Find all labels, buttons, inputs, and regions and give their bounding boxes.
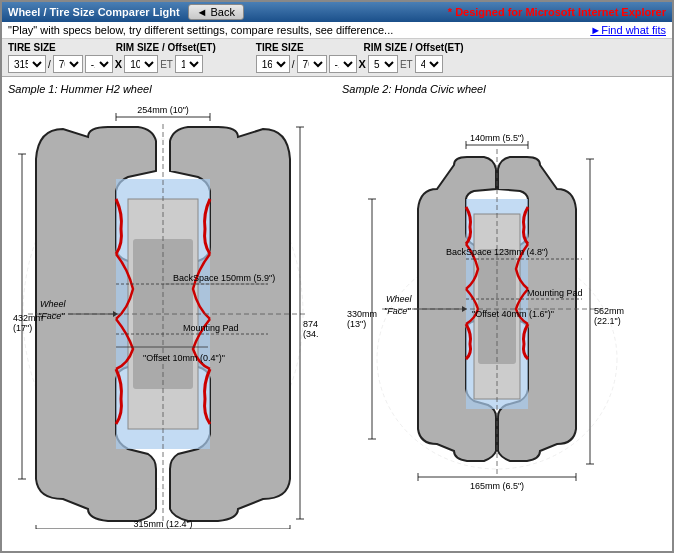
x-label-2: X (359, 58, 366, 70)
svg-text:BackSpace 150mm (5.9"): BackSpace 150mm (5.9") (173, 273, 275, 283)
et-label-2: ET (400, 59, 413, 70)
sample1: Sample 1: Hummer H2 wheel (8, 83, 332, 531)
svg-text:315mm (12.4"): 315mm (12.4") (133, 519, 192, 529)
app-title: Wheel / Tire Size Comparer Light (8, 6, 180, 18)
s1-et[interactable]: 10 (175, 55, 203, 73)
sample1-control-row: 315 / 70 -17 X 10.0 ET 10 (8, 55, 216, 73)
s2-rim-width[interactable]: 5.5 (368, 55, 398, 73)
s2-tire-diameter[interactable]: -13 (329, 55, 357, 73)
svg-text:(17"): (17") (13, 323, 32, 333)
svg-text:562mm: 562mm (594, 306, 624, 316)
controls-bar: TIRE SIZE RIM SIZE / Offset(ET) 315 / 70… (2, 39, 672, 77)
s2-tire-aspect[interactable]: 70 (297, 55, 327, 73)
title-bar: Wheel / Tire Size Comparer Light ◄ Back … (2, 2, 672, 22)
tire-size-label-1: TIRE SIZE (8, 42, 56, 53)
et-label-1: ET (160, 59, 173, 70)
tire-size-label-2: TIRE SIZE (256, 42, 304, 53)
svg-text:"Offset 10mm (0.4")": "Offset 10mm (0.4")" (143, 353, 225, 363)
ie-note: * Designed for Microsoft Internet Explor… (448, 6, 666, 18)
subtitle-bar: "Play" with specs below, try different s… (2, 22, 672, 39)
s2-tire-width[interactable]: 165 (256, 55, 290, 73)
svg-text:BackSpace 123mm (4.8"): BackSpace 123mm (4.8") (446, 247, 548, 257)
back-button[interactable]: ◄ Back (188, 4, 244, 20)
svg-text:330mm: 330mm (347, 309, 377, 319)
rim-size-label-2: RIM SIZE / Offset(ET) (364, 42, 464, 53)
samples-area: Sample 1: Hummer H2 wheel (2, 77, 672, 537)
svg-text:254mm (10"): 254mm (10") (137, 105, 189, 115)
sample2-diagram: 140mm (5.5") 562mm (22.1") 330mm (13") W… (342, 99, 652, 529)
svg-text:"Offset 40mm (1.6")": "Offset 40mm (1.6")" (472, 309, 554, 319)
svg-text:(13"): (13") (347, 319, 366, 329)
sample1-diagram: 254mm (10") 874mm (34.4") 432mm (17") Wh… (8, 99, 318, 529)
s1-rim-width[interactable]: 10.0 (124, 55, 158, 73)
sample2-control-row: 165 / 70 -13 X 5.5 ET 40 (256, 55, 464, 73)
s1-tire-diameter[interactable]: -17 (85, 55, 113, 73)
svg-text:Mounting Pad: Mounting Pad (527, 288, 583, 298)
svg-text:"Face": "Face" (384, 306, 411, 316)
svg-text:Wheel: Wheel (40, 299, 67, 309)
svg-text:874mm: 874mm (303, 319, 318, 329)
sample2-title: Sample 2: Honda Civic wheel (342, 83, 666, 95)
svg-text:165mm (6.5"): 165mm (6.5") (470, 481, 524, 491)
svg-text:Mounting Pad: Mounting Pad (183, 323, 239, 333)
s1-tire-aspect[interactable]: 70 (53, 55, 83, 73)
s2-et[interactable]: 40 (415, 55, 443, 73)
svg-text:Wheel: Wheel (386, 294, 413, 304)
svg-text:(34.4"): (34.4") (303, 329, 318, 339)
svg-text:"Face": "Face" (38, 311, 65, 321)
x-label-1: X (115, 58, 122, 70)
subtitle-text: "Play" with specs below, try different s… (8, 24, 393, 36)
sample2-controls: TIRE SIZE RIM SIZE / Offset(ET) 165 / 70… (256, 42, 464, 73)
find-link[interactable]: ►Find what fits (590, 24, 666, 36)
svg-text:140mm (5.5"): 140mm (5.5") (470, 133, 524, 143)
s1-tire-width[interactable]: 315 (8, 55, 46, 73)
svg-rect-38 (478, 249, 516, 364)
svg-text:(22.1"): (22.1") (594, 316, 621, 326)
sample2: Sample 2: Honda Civic wheel (342, 83, 666, 531)
sample1-title: Sample 1: Hummer H2 wheel (8, 83, 332, 95)
sample1-controls: TIRE SIZE RIM SIZE / Offset(ET) 315 / 70… (8, 42, 216, 73)
rim-size-label-1: RIM SIZE / Offset(ET) (116, 42, 216, 53)
